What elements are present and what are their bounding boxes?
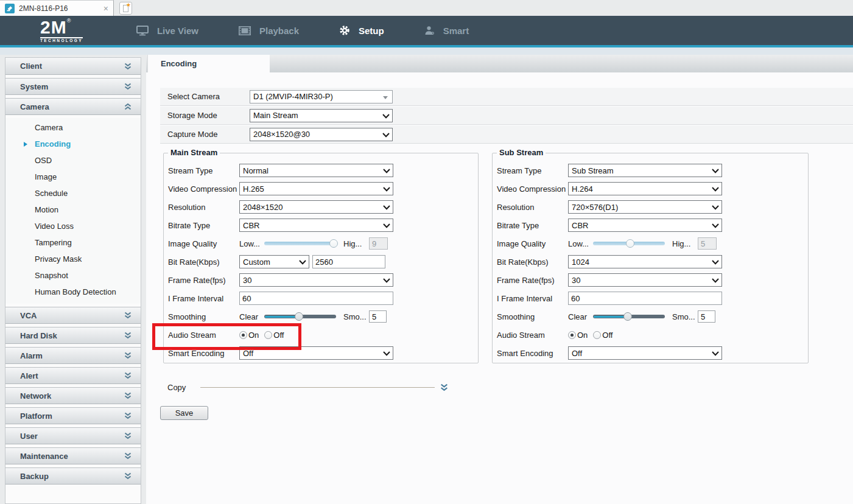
field-label: Resolution	[168, 203, 239, 212]
bitrate-type-select[interactable]: CBR	[239, 219, 393, 232]
top-form: Select Camera D1 (2MVIP-4MIR30-P) Storag…	[160, 87, 853, 144]
row-resolution: Resolution 2048×1520	[164, 198, 478, 216]
sidebar-item-motion[interactable]: Motion	[5, 201, 141, 218]
frame-rate-select[interactable]: 30	[568, 273, 722, 287]
i-frame-interval-input[interactable]	[239, 292, 393, 305]
sidebar-section-platform[interactable]: Platform	[5, 407, 141, 424]
star-icon: ★	[126, 2, 131, 8]
field-label: Smoothing	[168, 312, 239, 321]
resolution-select[interactable]: 2048×1520	[239, 200, 393, 214]
field-label: Stream Type	[168, 166, 239, 175]
resolution-select[interactable]: 720×576(D1)	[568, 200, 722, 214]
storage-mode-label: Storage Mode	[167, 111, 250, 120]
sidebar-section-client[interactable]: Client	[5, 58, 141, 75]
image-quality-slider[interactable]	[264, 239, 336, 248]
nav-smart[interactable]: Smart	[424, 16, 469, 45]
sidebar-item-osd[interactable]: OSD	[5, 152, 141, 169]
sidebar-section-vca[interactable]: VCA	[5, 307, 141, 324]
chevron-down-icon	[299, 260, 306, 265]
new-tab-button[interactable]: ★	[119, 2, 132, 15]
chevron-down-icon	[124, 332, 132, 339]
sidebar-section-camera[interactable]: Camera	[5, 98, 141, 115]
field-label: Video Compression	[497, 184, 568, 194]
sidebar-item-label: Tampering	[35, 238, 72, 247]
chevron-down-icon	[383, 187, 390, 192]
sidebar-section-label: Network	[20, 391, 51, 401]
sidebar-item-encoding[interactable]: Encoding	[5, 136, 141, 152]
row-capture-mode: Capture Mode 2048×1520@30	[160, 125, 853, 144]
sidebar-item-label: Image	[35, 172, 57, 181]
sidebar-section-user[interactable]: User	[5, 427, 141, 444]
tab-encoding[interactable]: Encoding	[147, 55, 270, 72]
image-quality-slider[interactable]	[593, 239, 665, 248]
image-quality-value-input	[369, 237, 388, 250]
nav-setup[interactable]: Setup	[339, 16, 384, 45]
copy-expand-icon[interactable]	[440, 383, 449, 391]
browser-tab[interactable]: 2MN-8116-P16 ×	[0, 0, 114, 16]
sidebar-item-human-body-detection[interactable]: Human Body Detection	[5, 284, 141, 300]
sidebar-item-tampering[interactable]: Tampering	[5, 234, 141, 251]
sidebar-section-alert[interactable]: Alert	[5, 367, 141, 384]
stream-type-select[interactable]: Normal	[239, 164, 393, 177]
chevron-down-icon	[383, 278, 390, 283]
video-compression-select[interactable]: H.265	[239, 182, 393, 195]
sidebar-item-video-loss[interactable]: Video Loss	[5, 218, 141, 234]
field-label: Bitrate Type	[497, 221, 568, 230]
sidebar-section-hard-disk[interactable]: Hard Disk	[5, 327, 141, 344]
sidebar-section-maintenance[interactable]: Maintenance	[5, 447, 141, 464]
audio-on-radio[interactable]	[568, 331, 576, 339]
person-icon	[424, 26, 435, 35]
sidebar-item-privacy-mask[interactable]: Privacy Mask	[5, 251, 141, 267]
sidebar-section-label: Alarm	[20, 351, 43, 360]
sidebar-item-camera[interactable]: Camera	[5, 119, 141, 136]
resolution-value: 720×576(D1)	[572, 203, 618, 212]
sidebar-section-network[interactable]: Network	[5, 387, 141, 404]
row-smoothing: Smoothing Clear Smo...	[493, 307, 808, 326]
nav-smart-label: Smart	[443, 26, 469, 36]
bit-rate-mode-select[interactable]: Custom	[239, 255, 309, 268]
field-label: Smart Encoding	[497, 349, 568, 358]
smoothing-value-input[interactable]	[698, 310, 715, 323]
smart-encoding-select[interactable]: Off	[568, 346, 722, 360]
copy-row: Copy	[167, 381, 449, 393]
sidebar-section-label: Maintenance	[20, 452, 68, 461]
smoothing-slider[interactable]	[264, 312, 336, 321]
chevron-down-icon	[712, 260, 719, 265]
chevron-down-icon	[712, 278, 719, 283]
image-quality-value-input	[698, 237, 717, 250]
field-label: Stream Type	[497, 166, 568, 175]
bitrate-type-select[interactable]: CBR	[568, 219, 722, 232]
close-icon[interactable]: ×	[104, 4, 108, 13]
smoothing-slider[interactable]	[593, 312, 665, 321]
save-button[interactable]: Save	[160, 406, 208, 420]
sidebar-item-schedule[interactable]: Schedule	[5, 185, 141, 201]
frame-rate-select[interactable]: 30	[239, 273, 393, 287]
slider-handle[interactable]	[329, 239, 338, 248]
chevron-down-icon	[712, 169, 719, 173]
slider-handle[interactable]	[626, 239, 634, 248]
chevron-down-icon	[124, 412, 132, 419]
nav-live-view[interactable]: Live View	[136, 16, 198, 45]
i-frame-interval-input[interactable]	[568, 292, 722, 305]
audio-off-radio[interactable]	[593, 331, 601, 339]
sidebar-section-alarm[interactable]: Alarm	[5, 347, 141, 364]
chevron-down-icon	[124, 392, 132, 399]
storage-mode-select[interactable]: Main Stream	[250, 109, 393, 122]
sidebar-section-backup[interactable]: Backup	[5, 467, 141, 485]
bit-rate-input[interactable]	[312, 255, 385, 268]
select-camera-combobox[interactable]: D1 (2MVIP-4MIR30-P)	[250, 90, 393, 103]
slider-handle[interactable]	[623, 312, 632, 321]
video-compression-select[interactable]: H.264	[568, 182, 722, 195]
sidebar-item-image[interactable]: Image	[5, 169, 141, 185]
smoothing-value-input[interactable]	[369, 310, 387, 323]
stream-type-select[interactable]: Sub Stream	[568, 164, 722, 177]
bit-rate-select[interactable]: 1024	[568, 255, 722, 268]
capture-mode-select[interactable]: 2048×1520@30	[250, 128, 393, 141]
clear-label: Clear	[568, 312, 593, 321]
stream-type-value: Sub Stream	[572, 166, 614, 175]
nav-playback[interactable]: Playback	[239, 16, 299, 45]
slider-handle[interactable]	[295, 312, 303, 321]
sidebar-item-snapshot[interactable]: Snapshot	[5, 267, 141, 284]
sidebar-section-system[interactable]: System	[5, 78, 141, 95]
chevron-down-icon	[383, 205, 390, 210]
